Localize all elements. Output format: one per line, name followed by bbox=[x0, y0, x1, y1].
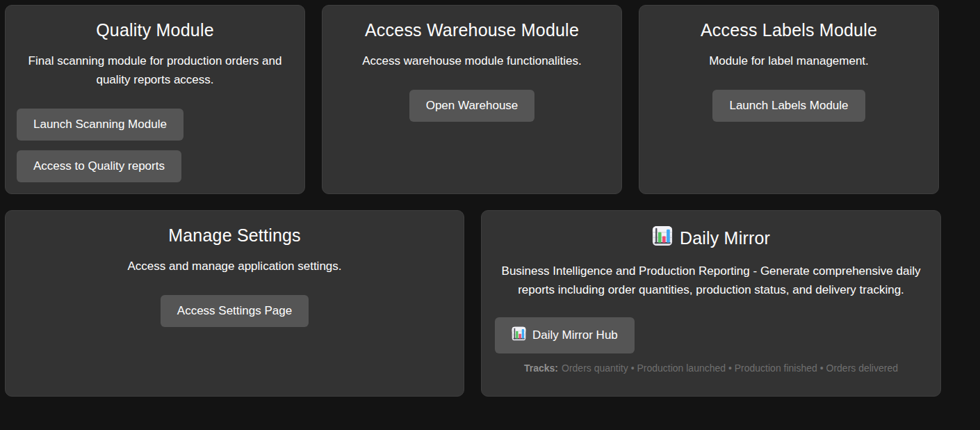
access-settings-page-button[interactable]: Access Settings Page bbox=[161, 295, 309, 327]
dashboard-row-1: Quality Module Final scanning module for… bbox=[5, 5, 975, 194]
labels-module-buttons: Launch Labels Module bbox=[651, 90, 927, 122]
tracks-items: Orders quantity • Production launched • … bbox=[562, 363, 898, 374]
manage-settings-buttons: Access Settings Page bbox=[17, 295, 452, 327]
warehouse-module-title: Access Warehouse Module bbox=[334, 20, 610, 40]
access-quality-reports-button[interactable]: Access to Quality reports bbox=[17, 150, 181, 182]
manage-settings-title: Manage Settings bbox=[17, 225, 452, 246]
quality-module-description: Final scanning module for production ord… bbox=[17, 51, 293, 89]
card-quality-module: Quality Module Final scanning module for… bbox=[5, 5, 305, 194]
module-dashboard: Quality Module Final scanning module for… bbox=[0, 0, 980, 401]
labels-module-description: Module for label management. bbox=[651, 51, 927, 70]
card-labels-module: Access Labels Module Module for label ma… bbox=[639, 5, 939, 194]
card-daily-mirror: Daily Mirror Business Intelligence and P… bbox=[481, 210, 941, 397]
daily-mirror-title-text: Daily Mirror bbox=[680, 228, 770, 248]
launch-scanning-module-button[interactable]: Launch Scanning Module bbox=[17, 109, 183, 141]
open-warehouse-button[interactable]: Open Warehouse bbox=[409, 90, 535, 122]
daily-mirror-hub-button-label: Daily Mirror Hub bbox=[532, 328, 618, 342]
manage-settings-description: Access and manage application settings. bbox=[19, 257, 450, 276]
daily-mirror-description: Business Intelligence and Production Rep… bbox=[496, 262, 926, 299]
warehouse-module-buttons: Open Warehouse bbox=[334, 90, 610, 122]
card-manage-settings: Manage Settings Access and manage applic… bbox=[5, 210, 464, 397]
daily-mirror-hub-button[interactable]: Daily Mirror Hub bbox=[495, 317, 635, 353]
bar-chart-icon bbox=[652, 225, 673, 250]
daily-mirror-buttons: Daily Mirror Hub bbox=[493, 317, 929, 353]
card-warehouse-module: Access Warehouse Module Access warehouse… bbox=[322, 5, 622, 194]
daily-mirror-title: Daily Mirror bbox=[493, 225, 929, 250]
tracks-line: Tracks:Orders quantity • Production laun… bbox=[493, 363, 929, 374]
labels-module-title: Access Labels Module bbox=[651, 20, 927, 40]
launch-labels-module-button[interactable]: Launch Labels Module bbox=[712, 90, 865, 122]
tracks-label: Tracks: bbox=[524, 363, 558, 374]
dashboard-row-2: Manage Settings Access and manage applic… bbox=[5, 210, 975, 397]
quality-module-buttons: Launch Scanning Module Access to Quality… bbox=[17, 109, 293, 182]
warehouse-module-description: Access warehouse module functionalities. bbox=[334, 51, 610, 70]
bar-chart-icon bbox=[512, 326, 526, 344]
quality-module-title: Quality Module bbox=[17, 20, 293, 40]
